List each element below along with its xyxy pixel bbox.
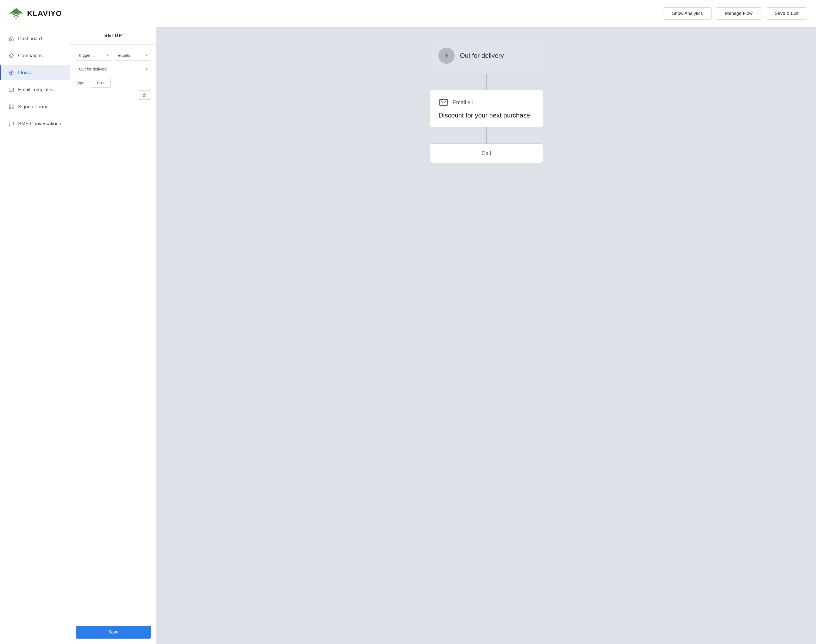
trigger-icon — [438, 48, 455, 64]
manage-flow-button[interactable]: Manage Flow — [716, 7, 761, 20]
trash-icon: 🗑 — [142, 93, 146, 97]
setup-body: trigger... equals Out for delivery — [70, 44, 156, 620]
save-button[interactable]: Save — [76, 626, 151, 639]
trigger-select[interactable]: trigger... — [76, 50, 112, 60]
email-subject: Discount for your next purchase — [439, 111, 534, 120]
sidebar-item-flows[interactable]: Flows — [0, 65, 70, 80]
sidebar-item-campaigns[interactable]: Campaigns — [0, 48, 70, 63]
svg-rect-7 — [12, 105, 13, 106]
sidebar-label-campaigns: Campaigns — [18, 53, 43, 58]
delivery-select-wrapper: Out for delivery — [76, 64, 151, 74]
main-layout: Dashboard Campaigns Flows — [0, 27, 816, 644]
show-analytics-button[interactable]: Show Analytics — [663, 7, 712, 20]
trigger-node[interactable]: Out for delivery — [430, 38, 543, 74]
delete-button[interactable]: 🗑 — [138, 90, 151, 100]
setup-title: SETUP — [70, 27, 156, 44]
exit-node[interactable]: Exit — [430, 143, 543, 163]
sidebar: Dashboard Campaigns Flows — [0, 27, 70, 644]
connector-2 — [486, 127, 487, 143]
sidebar-label-email-templates: Email Templates — [18, 87, 54, 93]
delete-row: 🗑 — [76, 90, 151, 100]
flows-icon — [8, 70, 14, 76]
email-number: Email #1 — [453, 100, 474, 106]
sidebar-item-signup-forms[interactable]: Signup Forms — [0, 100, 70, 114]
svg-point-1 — [15, 18, 17, 19]
setup-panel: SETUP trigger... equals — [70, 27, 157, 644]
logo-area: KLAVIYO — [9, 8, 663, 20]
save-exit-button[interactable]: Save & Exit — [766, 7, 807, 20]
svg-rect-5 — [9, 88, 14, 91]
sms-icon — [8, 121, 14, 127]
email-icon — [439, 98, 449, 107]
header-buttons: Show Analytics Manage Flow Save & Exit — [663, 7, 807, 20]
equals-select[interactable]: equals — [115, 50, 151, 60]
email-node-header: Email #1 — [439, 98, 534, 107]
header: KLAVIYO Show Analytics Manage Flow Save … — [0, 0, 816, 27]
email-templates-icon — [8, 87, 14, 93]
connector-1 — [486, 74, 487, 90]
delivery-select[interactable]: Out for delivery — [76, 64, 151, 74]
svg-rect-9 — [12, 107, 13, 109]
setup-footer: Save — [70, 620, 156, 644]
type-label: Type: — [76, 81, 86, 85]
svg-rect-6 — [9, 105, 11, 106]
type-button[interactable]: Text — [90, 78, 111, 87]
sidebar-label-dashboard: Dashboard — [18, 36, 42, 41]
klaviyo-logo-icon — [9, 8, 24, 20]
sidebar-item-email-templates[interactable]: Email Templates — [0, 83, 70, 97]
sidebar-label-sms: SMS Conversations — [18, 121, 61, 127]
sidebar-label-flows: Flows — [18, 70, 31, 76]
type-row: Type: Text — [76, 78, 151, 87]
trigger-select-wrapper: trigger... — [76, 50, 112, 60]
svg-point-3 — [11, 72, 12, 74]
content-area: SETUP trigger... equals — [70, 27, 816, 644]
sidebar-item-sms-conversations[interactable]: SMS Conversations — [0, 117, 70, 131]
sidebar-label-signup-forms: Signup Forms — [18, 104, 48, 110]
campaigns-icon — [8, 53, 14, 58]
signup-forms-icon — [8, 104, 14, 110]
flow-canvas: Out for delivery Email #1 Discount for y… — [157, 27, 816, 644]
email-node[interactable]: Email #1 Discount for your next purchase — [430, 90, 543, 127]
svg-marker-0 — [9, 8, 23, 14]
exit-label: Exit — [481, 150, 491, 156]
svg-rect-8 — [9, 107, 11, 109]
logo-text: KLAVIYO — [27, 9, 62, 18]
trigger-node-label: Out for delivery — [460, 52, 504, 60]
sidebar-item-dashboard[interactable]: Dashboard — [0, 31, 70, 46]
svg-rect-11 — [439, 100, 447, 105]
house-icon — [8, 36, 14, 41]
filter-row: trigger... equals — [76, 50, 151, 60]
equals-select-wrapper: equals — [115, 50, 151, 60]
